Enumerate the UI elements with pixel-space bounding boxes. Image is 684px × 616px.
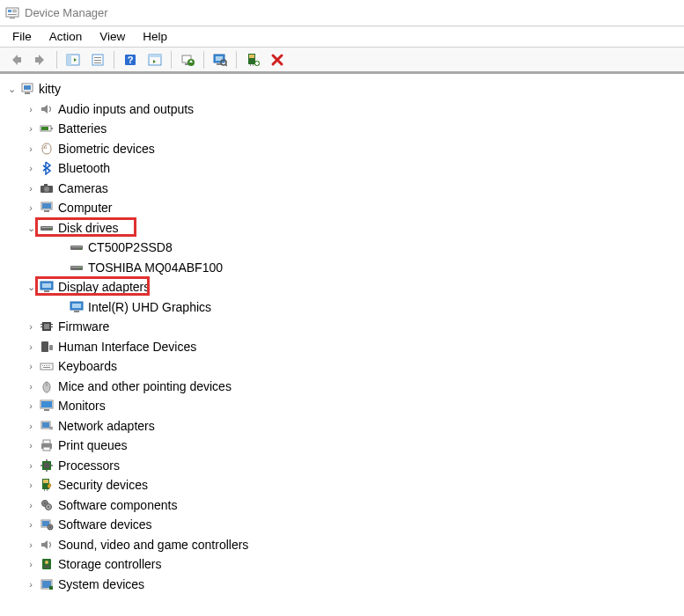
svg-rect-43	[40, 226, 53, 231]
chevron-right-icon[interactable]: ›	[25, 456, 37, 476]
svg-rect-72	[43, 367, 50, 368]
category-label: Biometric devices	[58, 139, 155, 159]
firmware-icon	[39, 319, 55, 334]
chevron-right-icon[interactable]: ›	[25, 356, 37, 377]
chevron-right-icon[interactable]: ›	[25, 317, 37, 337]
chevron-right-icon[interactable]: ›	[25, 158, 37, 179]
chevron-right-icon[interactable]: ›	[25, 377, 37, 397]
tree-item-cameras[interactable]: ›Cameras	[5, 179, 684, 199]
forward-button[interactable]	[29, 49, 52, 70]
toolbar-separator	[203, 51, 204, 69]
action-button[interactable]	[143, 49, 166, 70]
menu-help[interactable]: Help	[134, 28, 176, 45]
chevron-right-icon[interactable]: ›	[25, 139, 37, 159]
tree-item-sysdev[interactable]: ›System devices	[5, 575, 684, 595]
tree-item-processors[interactable]: ›Processors	[5, 456, 684, 476]
svg-rect-77	[44, 409, 49, 411]
menubar: File Action View Help	[0, 26, 684, 48]
tree-item-device[interactable]: CT500P2SSD8	[5, 238, 684, 258]
computer-icon	[19, 81, 35, 97]
chevron-right-icon[interactable]: ›	[25, 575, 37, 595]
printqueues-icon	[39, 437, 55, 453]
tree-item-hid[interactable]: ›Human Interface Devices	[5, 337, 684, 357]
category-label: Processors	[58, 456, 120, 476]
bluetooth-icon	[39, 160, 55, 176]
chevron-right-icon[interactable]: ›	[25, 396, 37, 416]
properties-button[interactable]	[86, 49, 109, 70]
chevron-right-icon[interactable]: ›	[25, 515, 37, 535]
tree-item-device[interactable]: TOSHIBA MQ04ABF100	[5, 258, 684, 278]
tree-item-sound[interactable]: ›Sound, video and game controllers	[5, 535, 684, 555]
chevron-right-icon[interactable]: ›	[25, 535, 37, 555]
chevron-right-icon[interactable]: ›	[25, 198, 37, 218]
softdev-icon	[39, 517, 55, 532]
svg-rect-79	[42, 422, 49, 428]
scan-hardware-button[interactable]	[209, 49, 232, 70]
batteries-icon	[39, 121, 55, 136]
chevron-right-icon[interactable]: ›	[25, 554, 37, 575]
tree-item-device[interactable]: Intel(R) UHD Graphics	[5, 297, 684, 318]
chevron-right-icon[interactable]: ›	[25, 179, 37, 199]
tree-item-diskdrives[interactable]: ⌄Disk drives	[5, 218, 684, 238]
back-button[interactable]	[4, 49, 27, 70]
tree-item-monitors[interactable]: ›Monitors	[5, 396, 684, 416]
hid-icon	[39, 339, 55, 355]
tree-item-computer[interactable]: ›Computer	[5, 198, 684, 218]
chevron-down-icon[interactable]: ⌄	[25, 277, 37, 297]
menu-file[interactable]: File	[4, 28, 40, 45]
tree-item-printqueues[interactable]: ›Print queues	[5, 436, 684, 456]
chevron-right-icon[interactable]: ›	[25, 99, 37, 120]
chevron-down-icon[interactable]: ⌄	[5, 79, 18, 99]
show-hide-console-tree-button[interactable]	[62, 49, 85, 70]
tree-item-keyboards[interactable]: ›Keyboards	[5, 356, 684, 377]
tree-item-bluetooth[interactable]: ›Bluetooth	[5, 158, 684, 179]
tree-item-biometric[interactable]: ›Biometric devices	[5, 139, 684, 159]
tree-item-display[interactable]: ⌄Display adapters	[5, 277, 684, 297]
chevron-right-icon[interactable]: ›	[25, 337, 37, 357]
svg-rect-35	[51, 128, 53, 129]
tree-item-network[interactable]: ›Network adapters	[5, 416, 684, 436]
svg-rect-32	[24, 85, 31, 90]
chevron-down-icon[interactable]: ⌄	[25, 218, 37, 238]
tree-root[interactable]: ⌄kitty	[5, 79, 684, 99]
chevron-right-icon[interactable]: ›	[25, 416, 37, 436]
category-label: Security devices	[58, 475, 148, 495]
chevron-right-icon[interactable]: ›	[25, 495, 37, 516]
category-label: Batteries	[58, 119, 107, 139]
toolbar-separator	[171, 51, 172, 69]
svg-rect-47	[71, 246, 82, 247]
svg-rect-65	[49, 345, 53, 350]
tree-item-security[interactable]: ›Security devices	[5, 475, 684, 495]
tree-item-audio[interactable]: ›Audio inputs and outputs	[5, 99, 684, 120]
tree-item-batteries[interactable]: ›Batteries	[5, 119, 684, 139]
category-label: Mice and other pointing devices	[58, 377, 232, 397]
app-icon	[5, 6, 19, 20]
svg-rect-3	[12, 11, 17, 12]
tree-item-firmware[interactable]: ›Firmware	[5, 317, 684, 337]
menu-view[interactable]: View	[91, 28, 134, 45]
tree-item-storage[interactable]: ›Storage controllers	[5, 554, 684, 575]
tree-item-softdev[interactable]: ›Software devices	[5, 515, 684, 535]
help-button[interactable]: ?	[119, 49, 142, 70]
device-tree[interactable]: ⌄kitty›Audio inputs and outputs›Batterie…	[0, 74, 684, 594]
svg-rect-30	[255, 62, 259, 64]
svg-point-102	[49, 526, 51, 528]
uninstall-device-button[interactable]	[266, 49, 289, 70]
root-label: kitty	[39, 79, 61, 99]
svg-rect-4	[8, 14, 17, 15]
chevron-right-icon[interactable]: ›	[25, 436, 37, 456]
svg-rect-93	[44, 489, 45, 491]
device-icon	[69, 299, 85, 315]
tree-item-softcomp[interactable]: ›Software components	[5, 495, 684, 516]
svg-rect-86	[44, 463, 49, 468]
network-icon	[39, 418, 55, 434]
device-label: TOSHIBA MQ04ABF100	[88, 258, 223, 278]
sound-icon	[39, 537, 55, 553]
tree-item-mice[interactable]: ›Mice and other pointing devices	[5, 377, 684, 397]
chevron-right-icon[interactable]: ›	[25, 475, 37, 495]
svg-rect-2	[12, 10, 17, 11]
menu-action[interactable]: Action	[40, 28, 92, 45]
add-legacy-hardware-button[interactable]	[241, 49, 264, 70]
chevron-right-icon[interactable]: ›	[25, 119, 37, 139]
update-driver-button[interactable]	[176, 49, 199, 70]
